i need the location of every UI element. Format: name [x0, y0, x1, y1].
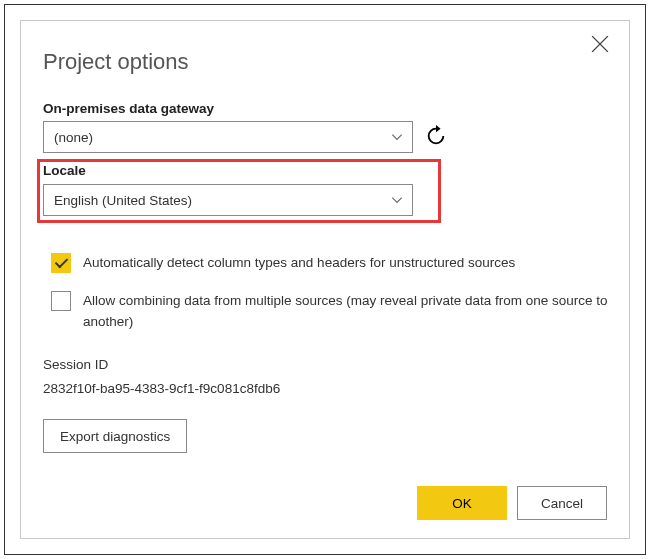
chevron-down-icon	[390, 130, 404, 144]
cancel-button[interactable]: Cancel	[517, 486, 607, 520]
locale-value: English (United States)	[54, 193, 192, 208]
cancel-label: Cancel	[541, 496, 583, 511]
session-id-value: 2832f10f-ba95-4383-9cf1-f9c081c8fdb6	[43, 381, 280, 396]
allow-combine-checkbox[interactable]	[51, 291, 71, 311]
refresh-icon	[425, 125, 447, 147]
allow-combine-label: Allow combining data from multiple sourc…	[83, 291, 611, 333]
ok-button[interactable]: OK	[417, 486, 507, 520]
chevron-down-icon	[390, 193, 404, 207]
close-button[interactable]	[591, 35, 611, 55]
auto-detect-checkbox[interactable]	[51, 253, 71, 273]
refresh-button[interactable]	[425, 125, 449, 149]
svg-marker-2	[436, 125, 441, 132]
locale-dropdown[interactable]: English (United States)	[43, 184, 413, 216]
gateway-label: On-premises data gateway	[43, 101, 214, 116]
auto-detect-label: Automatically detect column types and he…	[83, 253, 515, 274]
gateway-row: (none)	[43, 121, 449, 153]
dialog-title: Project options	[43, 49, 189, 75]
allow-combine-row: Allow combining data from multiple sourc…	[51, 291, 611, 333]
auto-detect-row: Automatically detect column types and he…	[51, 253, 611, 274]
project-options-dialog: Project options On-premises data gateway…	[20, 20, 630, 539]
gateway-dropdown[interactable]: (none)	[43, 121, 413, 153]
locale-label: Locale	[43, 163, 86, 178]
export-diagnostics-button[interactable]: Export diagnostics	[43, 419, 187, 453]
session-id-label: Session ID	[43, 357, 108, 372]
export-label: Export diagnostics	[60, 429, 170, 444]
dialog-footer: OK Cancel	[417, 486, 607, 520]
close-icon	[591, 35, 609, 53]
ok-label: OK	[452, 496, 472, 511]
gateway-value: (none)	[54, 130, 93, 145]
